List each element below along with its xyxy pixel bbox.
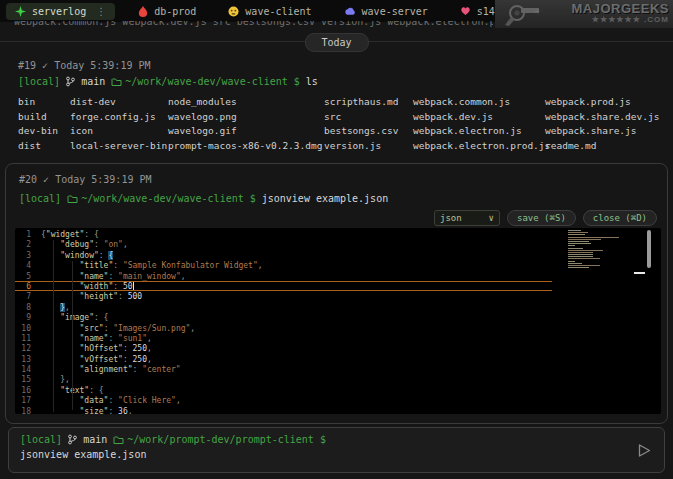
file-name: src xyxy=(324,111,413,122)
code-line[interactable]: 6 "width": 50 xyxy=(15,281,552,291)
line-number: 16 xyxy=(15,386,41,394)
date-divider: Today xyxy=(0,33,673,53)
git-branch-name: main xyxy=(81,76,105,87)
typed-command[interactable]: jsonview example.json xyxy=(20,449,630,460)
code-text: "title": "Sample Konfabulator Widget", xyxy=(41,261,263,269)
file-name: webpack.electron.prod.js xyxy=(413,140,545,151)
code-line[interactable]: 11 "name": "sun1", xyxy=(15,333,552,343)
file-name: prompt-macos-x86-v0.2.3.dmg xyxy=(168,140,324,151)
sparkle-icon xyxy=(15,6,26,17)
host-label: [local] xyxy=(20,434,62,445)
code-line[interactable]: 12 "hOffset": 250, xyxy=(15,343,552,353)
file-name: wavelogo.gif xyxy=(168,125,324,136)
folder-icon xyxy=(113,435,124,445)
json-editor[interactable]: 1{"widget": {2 "debug": "on",3 "window":… xyxy=(15,228,661,414)
minimap-line xyxy=(568,250,603,251)
minimap-line xyxy=(568,234,585,235)
clipped-text: webpack.common.js webpack.dev.js src bes… xyxy=(14,21,493,27)
command-block-20[interactable]: #20 ✓ Today 5:39:19 PM [local] ~/work/wa… xyxy=(5,163,668,424)
line-number: 17 xyxy=(15,396,41,404)
ls-output: bindist-devnode_modulesscripthaus.mdwebp… xyxy=(18,96,667,151)
tab-menu-icon[interactable]: ⋮ xyxy=(96,6,106,17)
editor-scrollbar[interactable] xyxy=(647,230,651,268)
file-name: webpack.electron.js xyxy=(413,125,545,136)
line-number: 13 xyxy=(15,355,41,363)
minimap-line xyxy=(568,267,589,268)
code-line[interactable]: 13 "vOffset": 250, xyxy=(15,354,552,364)
line-number: 2 xyxy=(15,240,41,248)
code-line[interactable]: 5 "name": "main_window", xyxy=(15,271,552,281)
jsonview-toolbar: json ∨ save (⌘S) close (⌘D) xyxy=(434,210,657,226)
file-name: webpack.common.js xyxy=(413,96,545,107)
code-line[interactable]: 8 }, xyxy=(15,302,552,312)
tab-wave-server[interactable]: wave-server xyxy=(335,3,437,20)
code-text: "name": "sun1", xyxy=(41,334,152,342)
file-name: webpack.prod.js xyxy=(545,96,667,107)
code-line[interactable]: 14 "alignment": "center" xyxy=(15,364,552,374)
file-name: wavelogo.png xyxy=(168,111,324,122)
minimap-line xyxy=(568,232,588,233)
command-header: #20 ✓ Today 5:39:19 PM xyxy=(19,174,151,185)
folder-icon xyxy=(67,194,78,204)
tab-serverlog[interactable]: serverlog⋮ xyxy=(6,3,115,20)
code-lines: 1{"widget": {2 "debug": "on",3 "window":… xyxy=(15,229,552,414)
code-line[interactable]: 10 "src": "Images/Sun.png", xyxy=(15,323,552,333)
mode-dropdown[interactable]: json ∨ xyxy=(434,210,500,226)
majorgeeks-watermark: MAJORGEEKS ★★★★★★ .COM xyxy=(495,0,673,28)
file-name: readme.md xyxy=(545,140,667,151)
code-line[interactable]: 3 "window": { xyxy=(15,250,552,260)
code-line[interactable]: 7 "height": 500 xyxy=(15,291,552,301)
tab-label: wave-client xyxy=(245,6,311,17)
minimap-line xyxy=(568,239,601,240)
code-line[interactable]: 15 }, xyxy=(15,374,552,384)
line-number: 10 xyxy=(15,324,41,332)
minimap-line xyxy=(568,258,600,259)
minimap-line xyxy=(568,241,589,242)
code-text: "vOffset": 250, xyxy=(41,355,152,363)
code-line[interactable]: 17 "data": "Click Here", xyxy=(15,395,552,405)
host-label: [local] xyxy=(19,193,61,204)
code-text: }, xyxy=(41,303,70,311)
minimap[interactable] xyxy=(566,228,648,414)
file-name: scripthaus.md xyxy=(324,96,413,107)
tab-label: serverlog xyxy=(32,6,86,17)
save-button[interactable]: save (⌘S) xyxy=(507,210,576,226)
code-line[interactable]: 1{"widget": { xyxy=(15,229,552,239)
code-text: "width": 50 xyxy=(41,282,134,290)
indent-guide xyxy=(72,261,73,410)
code-line[interactable]: 2 "debug": "on", xyxy=(15,239,552,249)
code-line[interactable]: 16 "text": { xyxy=(15,385,552,395)
tab-db-prod[interactable]: db-prod xyxy=(129,3,205,20)
command-text: ls xyxy=(306,76,318,87)
minimap-line xyxy=(568,265,600,266)
file-name: node_modules xyxy=(168,96,324,107)
command-block-19: #19 ✓ Today 5:39:19 PM [local] main ~/wo… xyxy=(18,60,667,151)
code-text: "data": "Click Here", xyxy=(41,396,181,404)
code-line[interactable]: 4 "title": "Sample Konfabulator Widget", xyxy=(15,260,552,270)
folder-icon xyxy=(111,77,122,87)
flame-icon xyxy=(138,6,148,17)
minimap-cursor-marker xyxy=(634,272,645,274)
code-line[interactable]: 18 "size": 36, xyxy=(15,406,552,414)
partially-scrolled-line: webpack.common.js webpack.dev.js src bes… xyxy=(14,21,493,28)
watermark-title: MAJORGEEKS xyxy=(541,3,669,14)
cwd-path: ~/work/wave-dev/wave-client xyxy=(81,193,244,204)
line-number: 8 xyxy=(15,303,41,311)
watermark-stars: ★★★★★★ xyxy=(592,15,641,24)
code-text: "name": "main_window", xyxy=(41,272,186,280)
file-name: icon xyxy=(70,125,168,136)
line-number: 18 xyxy=(15,407,41,414)
code-line[interactable]: 9 "image": { xyxy=(15,312,552,322)
code-text: "window": { xyxy=(41,251,113,259)
send-command-icon[interactable] xyxy=(636,442,653,459)
tab-wave-client[interactable]: wave-client xyxy=(219,3,320,20)
today-pill: Today xyxy=(304,33,368,52)
command-input-box[interactable]: [local] main ~/work/prompt-dev/prompt-cl… xyxy=(8,427,665,473)
close-button[interactable]: close (⌘D) xyxy=(583,210,657,226)
prompt-char: $ xyxy=(294,76,300,87)
minimap-line xyxy=(568,237,619,238)
command-timestamp: Today 5:39:19 PM xyxy=(55,174,151,185)
cloud-icon xyxy=(344,6,356,16)
watermark-suffix: .COM xyxy=(644,15,669,24)
file-name: bin xyxy=(18,96,70,107)
